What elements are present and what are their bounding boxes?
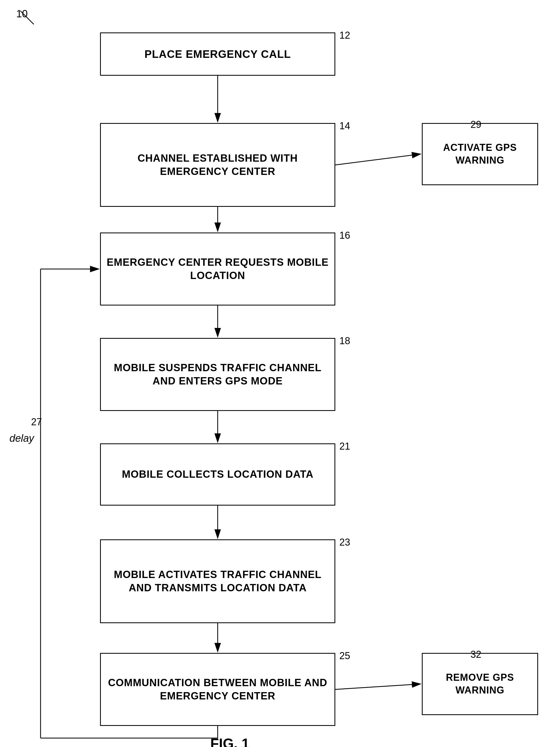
box-remove-gps: REMOVE GPS WARNING bbox=[422, 653, 538, 715]
ref-18: 18 bbox=[339, 335, 350, 346]
box-mobile-suspends: MOBILE SUSPENDS TRAFFIC CHANNEL AND ENTE… bbox=[100, 338, 335, 411]
ref-27: 27 bbox=[31, 416, 42, 428]
box-emergency-requests: EMERGENCY CENTER REQUESTS MOBILE LOCATIO… bbox=[100, 232, 335, 306]
diagram: 10 PLACE EMERGENCY CALL 12 CHANNEL ESTAB… bbox=[0, 0, 560, 747]
ref-29: 29 bbox=[470, 119, 481, 130]
box-mobile-collects: MOBILE COLLECTS LOCATION DATA bbox=[100, 443, 335, 506]
box-mobile-activates: MOBILE ACTIVATES TRAFFIC CHANNEL AND TRA… bbox=[100, 539, 335, 623]
ref-16: 16 bbox=[339, 230, 350, 241]
ref-23: 23 bbox=[339, 537, 350, 548]
figure-label: FIG. 1 bbox=[162, 736, 298, 747]
ref-25: 25 bbox=[339, 650, 350, 662]
ref-32: 32 bbox=[470, 649, 481, 660]
box-communication: COMMUNICATION BETWEEN MOBILE AND EMERGEN… bbox=[100, 653, 335, 726]
ref-21: 21 bbox=[339, 441, 350, 452]
box-channel-established: CHANNEL ESTABLISHED WITH EMERGENCY CENTE… bbox=[100, 123, 335, 207]
ref-12: 12 bbox=[339, 30, 350, 41]
svg-line-10 bbox=[335, 684, 420, 689]
box-place-emergency-call: PLACE EMERGENCY CALL bbox=[100, 32, 335, 76]
main-ref-10: 10 bbox=[16, 8, 28, 20]
svg-line-9 bbox=[335, 154, 420, 165]
ref-14: 14 bbox=[339, 120, 350, 132]
box-activate-gps: ACTIVATE GPS WARNING bbox=[422, 123, 538, 185]
delay-label: delay bbox=[9, 433, 34, 444]
